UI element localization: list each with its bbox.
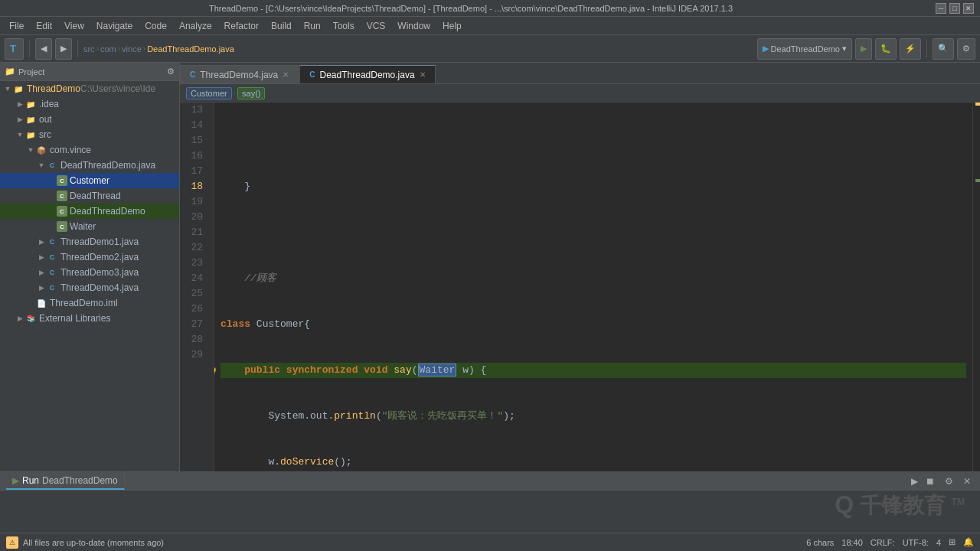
line-18: 💡public synchronized void say(Waiter w) …: [220, 363, 966, 378]
bc-vince[interactable]: vince: [122, 44, 142, 54]
tab-threaddemo4[interactable]: C ThreadDemo4.java ✕: [180, 65, 299, 83]
idea-label: .idea: [39, 99, 59, 109]
status-left: ⚠ All files are up-to-date (moments ago): [6, 536, 800, 549]
menu-file[interactable]: File: [3, 17, 30, 34]
tree-threaddemo-iml[interactable]: 📄 ThreadDemo.iml: [0, 295, 179, 311]
menu-refactor[interactable]: Refactor: [218, 17, 265, 34]
tree-threaddemo3[interactable]: ▶ C ThreadDemo3.java: [0, 265, 179, 280]
run-panel-tab-run[interactable]: ▶ Run DeadThreadDemo: [6, 472, 125, 490]
menu-view[interactable]: View: [58, 17, 90, 34]
bc-com[interactable]: com: [100, 44, 116, 54]
status-encoding[interactable]: UTF-8:: [903, 538, 929, 547]
run-restart-button[interactable]: ▶: [907, 474, 921, 488]
run-config-name: DeadThreadDemo: [771, 44, 841, 54]
tree-threaddemo4[interactable]: ▶ C ThreadDemo4.java: [0, 280, 179, 295]
tab-deadthreaddemo-close[interactable]: ✕: [420, 70, 426, 79]
tab-deadthreaddemo[interactable]: C DeadThreadDemo.java ✕: [299, 65, 435, 83]
title-text: ThreadDemo - [C:\Users\vince\IdeaProject…: [6, 4, 936, 13]
close-button[interactable]: ✕: [963, 3, 974, 14]
menu-run[interactable]: Run: [298, 17, 327, 34]
code-editor[interactable]: 13 14 15 16 17 18 19 20 21 22 23 24 25 2…: [180, 103, 980, 471]
status-indent: 4: [936, 538, 941, 547]
nav-forward[interactable]: ▶: [55, 38, 72, 60]
td4-label: ThreadDemo4.java: [60, 282, 139, 293]
run-tab-label: Run: [22, 475, 39, 486]
line-17: class Customer{: [220, 317, 966, 332]
minimize-button[interactable]: ─: [936, 3, 946, 14]
settings-button[interactable]: ⚙: [957, 38, 975, 60]
td1-label: ThreadDemo1.java: [60, 236, 139, 247]
breadcrumb: src › com › vince › DeadThreadDemo.java: [83, 44, 234, 54]
tab-deadthreaddemo-label: DeadThreadDemo.java: [320, 70, 415, 80]
menu-edit[interactable]: Edit: [30, 17, 58, 34]
bc-class-name[interactable]: Customer: [186, 87, 232, 99]
menu-window[interactable]: Window: [391, 17, 436, 34]
menu-code[interactable]: Code: [139, 17, 173, 34]
run-close-icon[interactable]: ✕: [960, 474, 974, 488]
comvince-label: com.vince: [50, 145, 91, 155]
td4-java-icon: C: [46, 282, 58, 294]
run-config-icon: ▶: [763, 44, 769, 54]
menu-build[interactable]: Build: [265, 17, 298, 34]
td4-expand-icon: ▶: [37, 284, 46, 292]
debug-button[interactable]: 🐛: [875, 38, 897, 60]
project-panel-header: 📁 Project ⚙: [0, 63, 179, 81]
run-stop-button[interactable]: ⏹: [923, 474, 937, 488]
deadthread-class-icon: C: [57, 191, 67, 201]
bulb-icon[interactable]: 💡: [214, 365, 218, 380]
menu-navigate[interactable]: Navigate: [90, 17, 139, 34]
code-content[interactable]: } //顾客 class Customer{ 💡public synchroni…: [214, 103, 972, 471]
menu-tools[interactable]: Tools: [327, 17, 361, 34]
tree-threaddemo1[interactable]: ▶ C ThreadDemo1.java: [0, 234, 179, 249]
deadthread-expand-icon2: [47, 192, 57, 200]
status-line-ending[interactable]: CRLF:: [871, 538, 895, 547]
project-gear-icon[interactable]: ⚙: [167, 67, 175, 77]
status-position[interactable]: 18:40: [841, 538, 863, 547]
tree-root[interactable]: ▼ 📁 ThreadDemo C:\Users\vince\Ide: [0, 81, 179, 96]
project-selector[interactable]: T: [5, 38, 24, 60]
extlib-expand-icon: ▶: [15, 315, 24, 322]
customer-class-icon: C: [57, 175, 67, 186]
tree-deadthreaddemo[interactable]: C DeadThreadDemo: [0, 204, 179, 219]
project-panel: 📁 Project ⚙ ▼ 📁 ThreadDemo C:\Users\vinc…: [0, 63, 180, 471]
coverage-button[interactable]: ⚡: [900, 38, 921, 60]
tree-external-libs[interactable]: ▶ 📚 External Libraries: [0, 311, 179, 326]
nav-back[interactable]: ◀: [35, 38, 52, 60]
run-settings-icon[interactable]: ⚙: [942, 474, 956, 488]
bc-method-name[interactable]: say(): [237, 87, 265, 99]
menu-vcs[interactable]: VCS: [361, 17, 392, 34]
title-controls[interactable]: ─ □ ✕: [936, 3, 974, 14]
right-gutter: [972, 103, 980, 471]
editor-breadcrumb: Customer › say(): [180, 84, 980, 103]
tab-threaddemo4-label: ThreadDemo4.java: [200, 70, 278, 80]
tree-com-vince[interactable]: ▼ 📦 com.vince: [0, 142, 179, 158]
ln-29: 29: [180, 347, 207, 363]
tree-deadthread[interactable]: C DeadThread: [0, 188, 179, 204]
src-folder-icon: 📁: [24, 129, 37, 141]
tree-src[interactable]: ▼ 📁 src: [0, 127, 179, 142]
status-layout-icon[interactable]: ⊞: [949, 537, 956, 547]
run-controls: ▶ ⏹: [907, 474, 937, 488]
tree-customer[interactable]: C Customer: [0, 173, 179, 188]
bc-src[interactable]: src: [83, 44, 95, 54]
maximize-button[interactable]: □: [949, 3, 960, 14]
tab-threaddemo4-close[interactable]: ✕: [283, 70, 289, 79]
tab-threaddemo4-icon: C: [190, 70, 195, 79]
bc-file[interactable]: DeadThreadDemo.java: [147, 44, 234, 54]
run-config-label2: DeadThreadDemo: [42, 475, 118, 486]
menu-analyze[interactable]: Analyze: [173, 17, 218, 34]
out-expand-icon: ▶: [15, 116, 24, 123]
search-everywhere[interactable]: 🔍: [933, 38, 954, 60]
tree-deadthread-java[interactable]: ▼ C DeadThreadDemo.java: [0, 158, 179, 173]
tree-out[interactable]: ▶ 📁 out: [0, 112, 179, 127]
idea-folder-icon: 📁: [24, 98, 37, 110]
run-config-selector[interactable]: ▶ DeadThreadDemo ▾: [757, 38, 853, 60]
tree-threaddemo2[interactable]: ▶ C ThreadDemo2.java: [0, 249, 179, 265]
src-label: src: [39, 129, 51, 140]
tree-idea[interactable]: ▶ 📁 .idea: [0, 96, 179, 112]
tree-waiter[interactable]: C Waiter: [0, 219, 179, 234]
run-button[interactable]: ▶: [855, 38, 872, 60]
dropdown-icon: ▾: [842, 44, 847, 54]
menu-help[interactable]: Help: [436, 17, 468, 34]
status-notifications-icon[interactable]: 🔔: [963, 537, 974, 547]
